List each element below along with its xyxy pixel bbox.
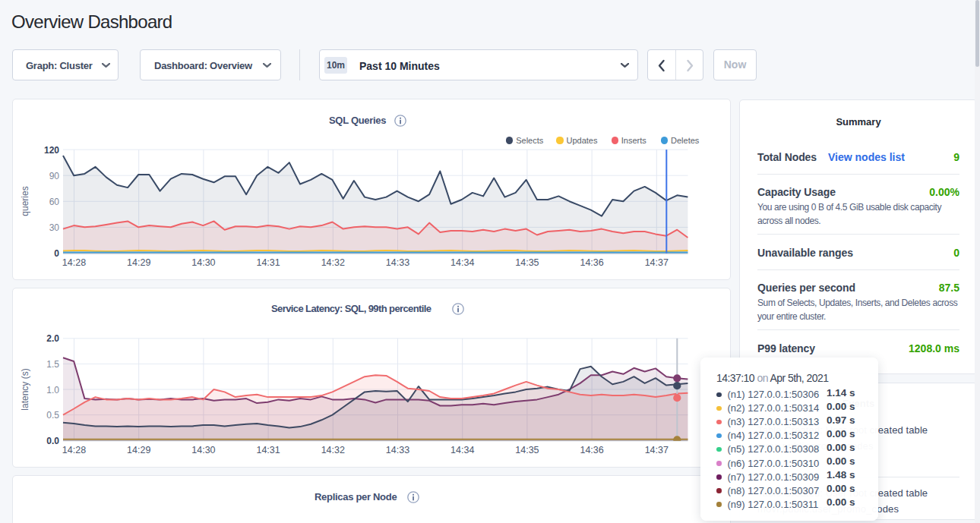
svg-text:14:31: 14:31	[256, 445, 280, 455]
svg-text:14:28: 14:28	[62, 257, 86, 268]
svg-text:30: 30	[49, 222, 60, 233]
svg-text:queries: queries	[20, 186, 30, 216]
svg-text:120: 120	[44, 145, 59, 156]
svg-text:14:32: 14:32	[321, 445, 345, 455]
svg-text:14:37: 14:37	[645, 257, 669, 268]
svg-text:1.0: 1.0	[46, 385, 59, 395]
svg-text:14:32: 14:32	[321, 257, 345, 268]
svg-text:14:34: 14:34	[450, 257, 474, 268]
svg-text:14:28: 14:28	[62, 445, 86, 455]
svg-text:14:29: 14:29	[127, 445, 150, 455]
svg-text:14:33: 14:33	[386, 445, 409, 455]
svg-text:14:33: 14:33	[386, 257, 409, 268]
svg-text:14:29: 14:29	[127, 257, 150, 268]
svg-text:14:30: 14:30	[191, 257, 215, 268]
svg-text:90: 90	[49, 171, 60, 181]
svg-text:14:35: 14:35	[515, 257, 539, 268]
svg-text:14:36: 14:36	[580, 445, 603, 455]
svg-text:latency (s): latency (s)	[20, 368, 30, 410]
svg-text:0.0: 0.0	[46, 436, 59, 446]
svg-text:14:36: 14:36	[580, 257, 603, 268]
svg-text:1.5: 1.5	[46, 359, 59, 370]
svg-text:2.0: 2.0	[46, 333, 59, 344]
svg-text:0: 0	[54, 248, 59, 259]
svg-text:0.5: 0.5	[46, 410, 59, 421]
svg-text:14:34: 14:34	[450, 445, 474, 455]
svg-text:14:37: 14:37	[645, 445, 669, 455]
svg-text:14:35: 14:35	[515, 445, 539, 455]
svg-text:60: 60	[49, 197, 60, 207]
svg-text:14:31: 14:31	[256, 257, 280, 268]
svg-text:14:30: 14:30	[191, 445, 215, 455]
